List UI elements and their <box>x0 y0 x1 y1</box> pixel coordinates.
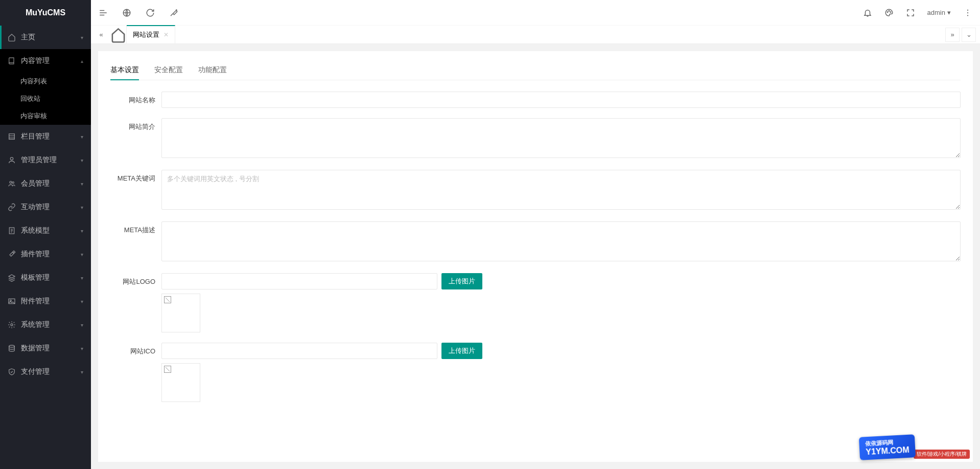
shield-icon <box>8 368 16 376</box>
sidebar-item-plugins[interactable]: 插件管理 ▾ <box>0 242 91 266</box>
sidebar-item-label: 模板管理 <box>21 273 81 282</box>
svg-point-12 <box>890 11 891 12</box>
sidebar-item-label: 栏目管理 <box>21 132 81 141</box>
sidebar-item-label: 系统管理 <box>21 320 81 329</box>
chevron-down-icon: ▾ <box>81 275 83 281</box>
sidebar-item-label: 支付管理 <box>21 367 81 376</box>
sidebar-sub-review[interactable]: 内容审核 <box>0 107 91 125</box>
input-site-name[interactable] <box>161 92 961 108</box>
chevron-down-icon: ▾ <box>81 134 83 140</box>
more-icon[interactable] <box>963 8 972 17</box>
tab-prev-icon[interactable]: « <box>95 29 107 41</box>
theme-icon[interactable] <box>884 8 894 17</box>
panel-tabs: 基本设置 安全配置 功能配置 <box>110 61 961 80</box>
sidebar-item-label: 内容管理 <box>21 56 81 65</box>
db-icon <box>8 344 16 352</box>
input-meta-desc[interactable] <box>161 221 961 261</box>
doc-icon <box>8 227 16 235</box>
sidebar-sub-label: 内容列表 <box>20 77 47 86</box>
list-icon <box>8 132 16 141</box>
globe-icon[interactable] <box>122 8 131 17</box>
chevron-down-icon: ▾ <box>81 299 83 304</box>
input-meta-kw[interactable] <box>161 170 961 210</box>
chevron-down-icon: ▾ <box>81 35 83 40</box>
chevron-down-icon: ▾ <box>81 158 83 163</box>
app-logo: MuYuCMS <box>0 0 91 26</box>
sidebar-item-label: 附件管理 <box>21 297 81 306</box>
sidebar-item-attachments[interactable]: 附件管理 ▾ <box>0 289 91 313</box>
input-site-desc[interactable] <box>161 118 961 158</box>
svg-point-13 <box>967 9 968 10</box>
upload-ico-button[interactable]: 上传图片 <box>441 343 482 359</box>
link-icon <box>8 203 16 211</box>
settings-panel: 基本设置 安全配置 功能配置 网站名称 网站简介 META关键词 <box>98 51 973 462</box>
sidebar-item-templates[interactable]: 模板管理 ▾ <box>0 266 91 289</box>
sidebar-item-data[interactable]: 数据管理 ▾ <box>0 337 91 360</box>
user-name: admin <box>927 9 945 16</box>
content: 基本设置 安全配置 功能配置 网站名称 网站简介 META关键词 <box>91 44 980 469</box>
chevron-down-icon: ▾ <box>81 205 83 210</box>
chevron-down-icon: ▾ <box>81 181 83 187</box>
sidebar-item-payment[interactable]: 支付管理 ▾ <box>0 360 91 384</box>
label-site-logo: 网站LOGO <box>110 273 161 332</box>
chevron-down-icon: ▾ <box>81 228 83 234</box>
gear-icon <box>8 321 16 329</box>
logo-preview <box>161 294 200 332</box>
tab-menu-icon[interactable]: ⌄ <box>962 28 976 42</box>
tools-icon <box>8 250 16 258</box>
tabbar: « 网站设置 ✕ » ⌄ <box>91 26 980 44</box>
tab-site-settings[interactable]: 网站设置 ✕ <box>127 25 175 43</box>
input-site-ico[interactable] <box>161 343 437 359</box>
sidebar-sub-label: 内容审核 <box>20 111 47 121</box>
book-icon <box>8 57 16 65</box>
broken-image-icon <box>164 296 171 303</box>
fullscreen-icon[interactable] <box>906 8 915 17</box>
sidebar-item-interact[interactable]: 互动管理 ▾ <box>0 195 91 219</box>
panel-tab-basic[interactable]: 基本设置 <box>110 61 139 80</box>
sidebar-sub-recycle[interactable]: 回收站 <box>0 90 91 107</box>
home-icon <box>8 33 16 41</box>
refresh-icon[interactable] <box>146 8 155 17</box>
caret-down-icon: ▾ <box>947 9 951 16</box>
chevron-down-icon: ▾ <box>81 346 83 351</box>
sidebar: MuYuCMS 主页 ▾ 内容管理 ▴ 内容列表 回收站 内容审核 栏目管理 ▾ <box>0 0 91 469</box>
sidebar-item-label: 数据管理 <box>21 344 81 353</box>
label-site-desc: 网站简介 <box>110 118 161 160</box>
chevron-down-icon: ▾ <box>81 322 83 328</box>
sidebar-sub-label: 回收站 <box>20 94 40 103</box>
tab-label: 网站设置 <box>133 30 159 39</box>
close-icon[interactable]: ✕ <box>164 31 169 38</box>
sidebar-item-label: 互动管理 <box>21 203 81 212</box>
label-site-ico: 网站ICO <box>110 343 161 402</box>
sidebar-item-model[interactable]: 系统模型 ▾ <box>0 219 91 242</box>
tab-next-icon[interactable]: » <box>945 28 960 42</box>
svg-point-11 <box>889 10 890 11</box>
topbar: admin ▾ <box>91 0 980 26</box>
bell-icon[interactable] <box>863 8 872 17</box>
sidebar-item-members[interactable]: 会员管理 ▾ <box>0 172 91 195</box>
panel-tab-function[interactable]: 功能配置 <box>198 61 227 80</box>
sidebar-item-columns[interactable]: 栏目管理 ▾ <box>0 125 91 148</box>
sidebar-item-system[interactable]: 系统管理 ▾ <box>0 313 91 337</box>
svg-point-14 <box>967 12 968 13</box>
panel-tab-security[interactable]: 安全配置 <box>154 61 183 80</box>
image-icon <box>8 297 16 305</box>
sidebar-item-label: 管理员管理 <box>21 155 81 165</box>
upload-logo-button[interactable]: 上传图片 <box>441 273 482 289</box>
sidebar-item-home[interactable]: 主页 ▾ <box>0 26 91 49</box>
input-site-logo[interactable] <box>161 273 437 289</box>
chevron-down-icon: ▾ <box>81 252 83 257</box>
menu-toggle-icon[interactable] <box>99 8 108 17</box>
svg-point-6 <box>10 300 12 301</box>
sidebar-sub-content-list[interactable]: 内容列表 <box>0 73 91 90</box>
user-menu[interactable]: admin ▾ <box>927 9 951 16</box>
chevron-down-icon: ▾ <box>81 369 83 375</box>
sidebar-item-content[interactable]: 内容管理 ▴ <box>0 49 91 73</box>
broken-image-icon <box>164 366 171 373</box>
sidebar-item-admin[interactable]: 管理员管理 ▾ <box>0 148 91 172</box>
label-site-name: 网站名称 <box>110 92 161 108</box>
ico-preview <box>161 363 200 402</box>
tab-home[interactable] <box>110 26 127 44</box>
clear-cache-icon[interactable] <box>169 8 178 17</box>
svg-point-3 <box>12 182 14 183</box>
